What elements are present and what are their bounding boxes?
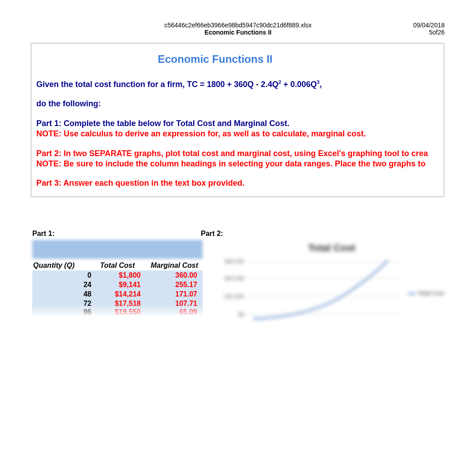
mc-value: 171.07 [143, 290, 201, 298]
page-number: 5of26 [413, 29, 445, 36]
tc-value: $14,214 [94, 290, 143, 298]
q-value: 0 [32, 271, 94, 279]
note1: NOTE: Use calculus to derive an expressi… [36, 129, 439, 139]
y-tick: $60,000 [220, 258, 244, 265]
part2-instruction: Part 2: In two SEPARATE graphs, plot tot… [36, 148, 439, 159]
part2-label: Part 2: [201, 230, 223, 238]
chart-line [249, 258, 397, 321]
tc-value: $17,518 [94, 300, 143, 308]
table-row: 48 $14,214 171.07 [32, 289, 203, 299]
tc-value: $1,800 [94, 271, 143, 279]
mc-value: 360.00 [143, 271, 201, 279]
total-cost-chart: Total Cost $60,000 $40,000 $20,000 $0 To… [220, 242, 444, 327]
part1-label: Part 1: [32, 230, 55, 238]
y-tick: $20,000 [220, 293, 244, 300]
q-value: 72 [32, 300, 94, 308]
table-row: 0 $1,800 360.00 [32, 270, 203, 280]
chart-title: Total Cost [220, 242, 444, 254]
q-value: 48 [32, 290, 94, 298]
q-value: 24 [32, 281, 94, 289]
given-suffix: , [320, 80, 322, 89]
tc-value: $9,141 [94, 281, 143, 289]
given-prefix: Given the total cost function for a firm… [36, 80, 278, 89]
page-header: c56446c2ef66eb3966e98bd5947c90dc21d6f889… [0, 22, 476, 36]
header-quantity: Quantity (Q) [32, 262, 91, 270]
data-table: Quantity (Q) Total Cost Marginal Cost 0 … [32, 240, 203, 315]
table-row: 96 $19,550 65.09 [32, 308, 203, 315]
y-tick: $40,000 [220, 275, 244, 282]
filename: c56446c2ef66eb3966e98bd5947c90dc21d6f889… [0, 22, 476, 29]
part3-instruction: Part 3: Answer each question in the text… [36, 178, 439, 188]
given-line: Given the total cost function for a firm… [36, 79, 439, 90]
chart-body: $60,000 $40,000 $20,000 $0 Total Cost [220, 258, 444, 326]
date: 09/04/2018 [413, 22, 445, 29]
table-body: 0 $1,800 360.00 24 $9,141 255.17 48 $14,… [32, 270, 203, 315]
table-row: 24 $9,141 255.17 [32, 280, 203, 289]
instructions-box: Economic Functions II Given the total co… [30, 43, 445, 197]
q-value: 96 [32, 308, 94, 315]
table-row: 72 $17,518 107.71 [32, 299, 203, 308]
box-title: Economic Functions II [0, 53, 439, 65]
table-header-bg [32, 240, 203, 259]
header-total-cost: Total Cost [91, 262, 144, 270]
y-tick: $0 [220, 311, 244, 318]
note2: NOTE: Be sure to include the column head… [36, 159, 439, 169]
part1-instruction: Part 1: Complete the table below for Tot… [36, 118, 439, 129]
mc-value: 255.17 [143, 281, 201, 289]
legend-label: Total Cost [418, 290, 444, 296]
header-marginal-cost: Marginal Cost [144, 262, 202, 270]
mc-value: 65.09 [143, 308, 201, 315]
tc-value: $19,550 [94, 308, 143, 315]
header-subtitle: Economic Functions II [0, 29, 476, 36]
chart-legend: Total Cost [408, 290, 444, 296]
do-following: do the following: [36, 99, 439, 109]
page-date-block: 09/04/2018 5of26 [413, 22, 445, 36]
legend-swatch-icon [408, 293, 416, 294]
given-mid: + 0.006Q [281, 80, 317, 89]
table-headers: Quantity (Q) Total Cost Marginal Cost [32, 259, 203, 270]
mc-value: 107.71 [143, 300, 201, 308]
